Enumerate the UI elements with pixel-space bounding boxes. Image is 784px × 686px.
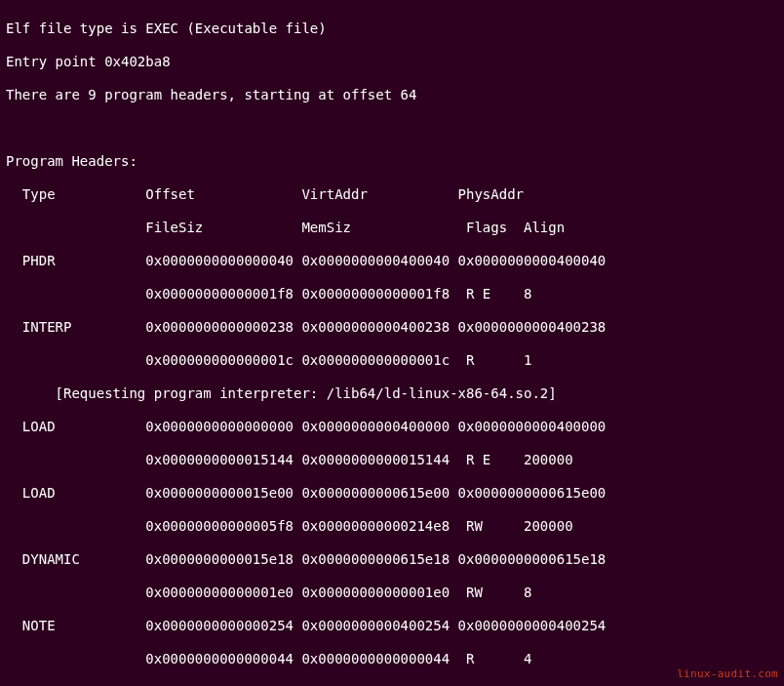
interp-row-b: 0x000000000000001c 0x000000000000001c R … — [6, 352, 778, 369]
header-count: There are 9 program headers, starting at… — [6, 87, 778, 103]
phdr-row-b: 0x00000000000001f8 0x00000000000001f8 R … — [6, 286, 778, 303]
interp-note: [Requesting program interpreter: /lib64/… — [6, 385, 778, 402]
load2-row-a: LOAD 0x0000000000015e00 0x0000000000615e… — [6, 485, 778, 502]
note-row-b: 0x0000000000000044 0x0000000000000044 R … — [6, 651, 778, 667]
phdr-row-a: PHDR 0x0000000000000040 0x00000000004000… — [6, 253, 778, 269]
load2-row-b: 0x00000000000005f8 0x00000000000214e8 RW… — [6, 518, 778, 535]
dynamic-row-b: 0x00000000000001e0 0x00000000000001e0 RW… — [6, 585, 778, 601]
dynamic-row-a: DYNAMIC 0x0000000000015e18 0x00000000006… — [6, 551, 778, 568]
elf-file-type: Elf file type is EXEC (Executable file) — [6, 20, 778, 37]
entry-point: Entry point 0x402ba8 — [6, 54, 778, 70]
column-header-2: FileSiz MemSiz Flags Align — [6, 220, 778, 236]
watermark: linux-audit.com — [677, 666, 778, 682]
load1-row-b: 0x0000000000015144 0x0000000000015144 R … — [6, 452, 778, 468]
load1-row-a: LOAD 0x0000000000000000 0x00000000004000… — [6, 419, 778, 435]
column-header-1: Type Offset VirtAddr PhysAddr — [6, 186, 778, 203]
blank-line — [6, 120, 778, 137]
terminal-output: Elf file type is EXEC (Executable file) … — [0, 0, 784, 686]
note-row-a: NOTE 0x0000000000000254 0x00000000004002… — [6, 618, 778, 634]
program-headers-title: Program Headers: — [6, 153, 778, 170]
interp-row-a: INTERP 0x0000000000000238 0x000000000040… — [6, 319, 778, 336]
